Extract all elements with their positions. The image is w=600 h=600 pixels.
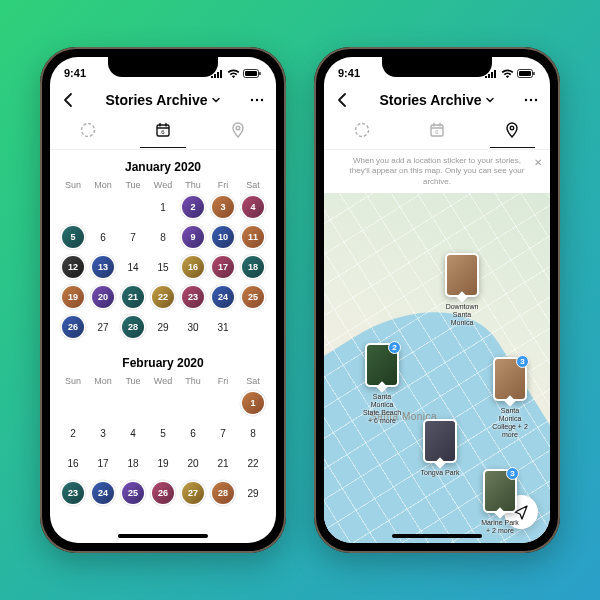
story-ring[interactable]: 28 xyxy=(122,316,144,338)
map-pin[interactable]: 3Marine Park + 2 more xyxy=(480,469,520,535)
day-cell[interactable]: 24 xyxy=(88,480,118,506)
tab-map[interactable] xyxy=(201,117,276,147)
home-indicator[interactable] xyxy=(118,534,208,538)
tab-calendar[interactable]: 6 xyxy=(399,117,474,147)
day-cell[interactable]: 16 xyxy=(178,254,208,280)
story-ring[interactable]: 27 xyxy=(182,482,204,504)
day-cell: 21 xyxy=(208,450,238,476)
story-ring[interactable]: 24 xyxy=(212,286,234,308)
story-ring[interactable]: 25 xyxy=(122,482,144,504)
day-cell[interactable]: 26 xyxy=(148,480,178,506)
svg-text:6: 6 xyxy=(161,129,165,135)
svg-point-6 xyxy=(81,124,94,137)
day-cell[interactable]: 12 xyxy=(58,254,88,280)
day-cell[interactable]: 25 xyxy=(238,284,268,310)
pin-label: Tongva Park xyxy=(420,469,460,477)
day-cell[interactable]: 27 xyxy=(178,480,208,506)
day-cell[interactable]: 18 xyxy=(238,254,268,280)
map-pin[interactable]: 3Santa Monica College + 2 more xyxy=(490,357,530,439)
pin-thumbnail[interactable] xyxy=(445,253,479,297)
story-ring[interactable]: 21 xyxy=(122,286,144,308)
calendar-icon: 6 xyxy=(428,121,446,139)
story-ring[interactable]: 28 xyxy=(212,482,234,504)
day-cell[interactable]: 1 xyxy=(238,390,268,416)
day-cell[interactable]: 24 xyxy=(208,284,238,310)
map-pin[interactable]: 2Santa Monica State Beach + 6 more xyxy=(362,343,402,425)
story-ring[interactable]: 12 xyxy=(62,256,84,278)
tab-timeline[interactable] xyxy=(324,117,399,147)
story-ring[interactable]: 9 xyxy=(182,226,204,248)
story-ring[interactable]: 17 xyxy=(212,256,234,278)
day-cell[interactable]: 23 xyxy=(178,284,208,310)
tab-timeline[interactable] xyxy=(50,117,125,147)
story-ring[interactable]: 2 xyxy=(182,196,204,218)
day-cell[interactable]: 25 xyxy=(118,480,148,506)
header-title[interactable]: Stories Archive xyxy=(105,92,220,108)
back-button[interactable] xyxy=(334,91,352,109)
day-cell[interactable]: 17 xyxy=(208,254,238,280)
svg-text:6: 6 xyxy=(435,129,439,135)
pin-thumbnail[interactable]: 3 xyxy=(493,357,527,401)
day-cell[interactable]: 2 xyxy=(178,194,208,220)
story-ring[interactable]: 1 xyxy=(242,392,264,414)
story-ring[interactable]: 25 xyxy=(242,286,264,308)
pin-thumbnail[interactable]: 2 xyxy=(365,343,399,387)
day-cell[interactable]: 22 xyxy=(148,284,178,310)
close-icon[interactable]: ✕ xyxy=(534,156,542,169)
map-pin[interactable]: Tongva Park xyxy=(420,419,460,477)
calendar-icon: 6 xyxy=(154,121,172,139)
calendar-content[interactable]: January 2020SunMonTueWedThuFriSat1234567… xyxy=(50,150,276,543)
day-cell[interactable]: 19 xyxy=(58,284,88,310)
story-ring[interactable]: 22 xyxy=(152,286,174,308)
map-canvas[interactable]: Santa Monica Downtown Santa Monica2Santa… xyxy=(324,193,550,543)
dow-row: SunMonTueWedThuFriSat xyxy=(58,180,268,190)
day-cell: 8 xyxy=(148,224,178,250)
story-ring[interactable]: 19 xyxy=(62,286,84,308)
story-ring[interactable]: 5 xyxy=(62,226,84,248)
map-pin[interactable]: Downtown Santa Monica xyxy=(442,253,482,327)
pin-thumbnail[interactable] xyxy=(423,419,457,463)
day-cell[interactable]: 21 xyxy=(118,284,148,310)
story-ring[interactable]: 4 xyxy=(242,196,264,218)
day-cell: 5 xyxy=(148,420,178,446)
day-cell[interactable]: 10 xyxy=(208,224,238,250)
day-cell[interactable]: 28 xyxy=(118,314,148,340)
day-cell[interactable]: 23 xyxy=(58,480,88,506)
day-cell[interactable]: 13 xyxy=(88,254,118,280)
day-cell[interactable]: 28 xyxy=(208,480,238,506)
pin-thumbnail[interactable]: 3 xyxy=(483,469,517,513)
more-button[interactable] xyxy=(248,91,266,109)
day-cell[interactable]: 5 xyxy=(58,224,88,250)
day-cell[interactable]: 3 xyxy=(208,194,238,220)
story-ring[interactable]: 10 xyxy=(212,226,234,248)
more-button[interactable] xyxy=(522,91,540,109)
story-ring[interactable]: 23 xyxy=(182,286,204,308)
home-indicator[interactable] xyxy=(392,534,482,538)
story-ring[interactable]: 20 xyxy=(92,286,114,308)
story-ring[interactable]: 13 xyxy=(92,256,114,278)
story-ring[interactable]: 18 xyxy=(242,256,264,278)
story-ring[interactable]: 16 xyxy=(182,256,204,278)
story-ring[interactable]: 26 xyxy=(152,482,174,504)
pin-badge: 3 xyxy=(516,355,529,368)
day-cell[interactable]: 4 xyxy=(238,194,268,220)
day-cell: 15 xyxy=(148,254,178,280)
day-cell[interactable]: 26 xyxy=(58,314,88,340)
day-cell: 29 xyxy=(238,480,268,506)
story-ring[interactable]: 3 xyxy=(212,196,234,218)
tab-calendar[interactable]: 6 xyxy=(125,117,200,147)
day-cell[interactable]: 11 xyxy=(238,224,268,250)
story-ring[interactable]: 23 xyxy=(62,482,84,504)
story-ring[interactable]: 11 xyxy=(242,226,264,248)
tab-map[interactable] xyxy=(475,117,550,147)
day-cell[interactable]: 9 xyxy=(178,224,208,250)
day-cell[interactable]: 20 xyxy=(88,284,118,310)
week-row: 19202122232425 xyxy=(58,284,268,310)
status-icons xyxy=(210,69,262,78)
header-title[interactable]: Stories Archive xyxy=(379,92,494,108)
back-button[interactable] xyxy=(60,91,78,109)
story-ring[interactable]: 26 xyxy=(62,316,84,338)
story-ring[interactable]: 24 xyxy=(92,482,114,504)
status-time: 9:41 xyxy=(338,67,360,79)
svg-rect-1 xyxy=(245,71,257,76)
